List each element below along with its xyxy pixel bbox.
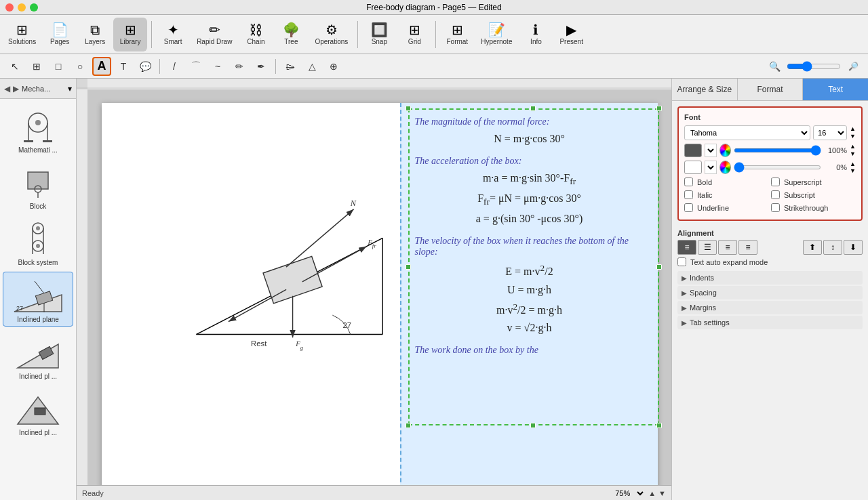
sidebar-item-block[interactable]: Block: [3, 159, 73, 213]
select-tool[interactable]: ↖: [5, 57, 24, 76]
sidebar-menu-button[interactable]: ▾: [68, 84, 72, 93]
zoom-stepper-down[interactable]: ▼: [658, 489, 666, 497]
strikethrough-checkbox[interactable]: [771, 203, 780, 212]
toolbar-format[interactable]: ⊞ Format: [440, 18, 474, 51]
close-button[interactable]: [5, 3, 14, 12]
text-tool[interactable]: A: [92, 57, 111, 76]
sel-handle-tm[interactable]: [530, 106, 536, 111]
circle-tool[interactable]: ○: [71, 57, 90, 76]
sel-handle-bm[interactable]: [530, 423, 536, 428]
pencil-tool[interactable]: ✏: [230, 57, 249, 76]
margins-header[interactable]: ▶ Margins: [677, 301, 863, 314]
align-justify-button[interactable]: ≡: [738, 240, 757, 255]
canvas-container[interactable]: N Ffr Fg 27: [77, 89, 671, 485]
transform-tool[interactable]: ⊕: [324, 57, 343, 76]
subscript-checkbox[interactable]: [771, 190, 780, 199]
toolbar-chain[interactable]: ⛓ Chain: [239, 18, 273, 51]
zoom-select[interactable]: 75% 50% 100% 150%: [612, 488, 646, 498]
align-bottom-button[interactable]: ⬇: [844, 240, 863, 255]
toolbar-tree[interactable]: 🌳 Tree: [274, 18, 308, 51]
tab-text[interactable]: Text: [803, 79, 868, 100]
color-swatch-2[interactable]: [684, 161, 702, 174]
sel-handle-tl[interactable]: [406, 106, 411, 111]
color-slider-1[interactable]: [734, 148, 821, 152]
italic-checkbox[interactable]: [684, 190, 693, 199]
line-tool[interactable]: /: [165, 57, 184, 76]
tab-settings-header[interactable]: ▶ Tab settings: [677, 316, 863, 329]
color2-stepper-up[interactable]: ▲: [850, 161, 856, 168]
toolbar-info[interactable]: ℹ Info: [519, 18, 553, 51]
zoom-stepper-up[interactable]: ▲: [648, 489, 656, 497]
color-dropdown-2[interactable]: [705, 161, 717, 174]
toolbar-rapid-draw[interactable]: ✏ Rapid Draw: [191, 18, 237, 51]
zoom-in-button[interactable]: 🔎: [844, 57, 863, 76]
toolbar-solutions[interactable]: ⊞ Solutions: [3, 18, 41, 51]
sidebar-back-button[interactable]: ◀: [4, 84, 10, 93]
toolbar-smart[interactable]: ✦ Smart: [156, 18, 190, 51]
tab-arrange-size[interactable]: Arrange & Size: [672, 79, 738, 100]
align-right-button[interactable]: ≡: [718, 240, 737, 255]
sel-handle-bl[interactable]: [406, 423, 411, 428]
align-center-button[interactable]: ☰: [698, 240, 717, 255]
connect-tool[interactable]: ⌲: [281, 57, 300, 76]
toolbar-snap[interactable]: 🔲 Snap: [362, 18, 396, 51]
maximize-button[interactable]: [30, 3, 38, 12]
format-label: Format: [446, 38, 468, 45]
color2-stepper-down[interactable]: ▼: [850, 167, 856, 175]
color-slider-2[interactable]: [734, 165, 821, 169]
color1-stepper-down[interactable]: ▼: [850, 150, 856, 158]
color-dropdown-1[interactable]: [705, 144, 717, 157]
toolbar-hypernote[interactable]: 📝 Hypernote: [475, 18, 517, 51]
canvas-area[interactable]: N Ffr Fg 27: [77, 79, 671, 500]
toolbar-present[interactable]: ▶ Present: [554, 18, 588, 51]
superscript-checkbox[interactable]: [771, 178, 780, 186]
minimize-button[interactable]: [18, 3, 26, 12]
align-left-button[interactable]: ≡: [677, 240, 696, 255]
toolbar-layers[interactable]: ⧉ Layers: [78, 18, 112, 51]
curve-tool[interactable]: ~: [208, 57, 227, 76]
pen-tool[interactable]: ✒: [252, 57, 271, 76]
comment-tool[interactable]: 💬: [136, 57, 155, 76]
tab-format[interactable]: Format: [738, 79, 804, 100]
sidebar-item-inclined-plane[interactable]: 27 Inclined plane: [3, 272, 73, 327]
align-middle-button[interactable]: ↕: [823, 240, 842, 255]
arc-tool[interactable]: ⌒: [186, 57, 205, 76]
snap-label: Snap: [372, 38, 387, 45]
indents-header[interactable]: ▶ Indents: [677, 271, 863, 285]
rect-tool[interactable]: □: [49, 57, 68, 76]
sidebar-item-mathemati[interactable]: Mathemati ...: [3, 103, 73, 157]
underline-checkbox[interactable]: [684, 203, 693, 212]
sidebar-item-inclined-pl-2[interactable]: Inclined pl ...: [3, 329, 73, 383]
table-tool[interactable]: ⊞: [27, 57, 46, 76]
zoom-slider[interactable]: [787, 61, 841, 72]
type-tool[interactable]: T: [114, 57, 133, 76]
font-size-select[interactable]: 16 12 14 18 24: [813, 125, 847, 140]
color-wheel-1[interactable]: [719, 144, 731, 157]
toolbar-library[interactable]: ⊞ Library: [113, 18, 147, 51]
smart-label: Smart: [164, 38, 182, 45]
toolbar-pages[interactable]: 📄 Pages: [43, 18, 77, 51]
toolbar-grid[interactable]: ⊞ Grid: [397, 18, 431, 51]
align-top-button[interactable]: ⬆: [803, 240, 822, 255]
sel-handle-br[interactable]: [656, 423, 662, 428]
sel-handle-tr[interactable]: [656, 106, 662, 111]
tab-settings-arrow: ▶: [682, 319, 687, 327]
sidebar-item-block-system[interactable]: Block system: [3, 215, 73, 269]
font-size-stepper[interactable]: ▲ ▼: [850, 125, 856, 140]
sel-handle-ml[interactable]: [406, 264, 411, 270]
zoom-out-button[interactable]: 🔍: [765, 57, 784, 76]
sel-handle-mr[interactable]: [656, 264, 662, 270]
color-swatch-1[interactable]: [684, 144, 702, 157]
spacing-header[interactable]: ▶ Spacing: [677, 286, 863, 299]
toolbar-operations[interactable]: ⚙ Operations: [309, 18, 353, 51]
canvas-inner[interactable]: N Ffr Fg 27: [87, 89, 671, 485]
font-family-select[interactable]: Tahoma Arial Times New Roman: [684, 125, 810, 140]
bold-checkbox[interactable]: [684, 178, 693, 186]
present-label: Present: [559, 38, 583, 45]
color-wheel-2[interactable]: [719, 161, 731, 174]
triangle-tool[interactable]: △: [302, 57, 321, 76]
sidebar-item-inclined-pl-3[interactable]: Inclined pl ...: [3, 386, 73, 439]
color1-stepper-up[interactable]: ▲: [850, 143, 856, 150]
auto-expand-checkbox[interactable]: [677, 257, 686, 266]
sidebar-forward-button[interactable]: ▶: [13, 84, 19, 93]
